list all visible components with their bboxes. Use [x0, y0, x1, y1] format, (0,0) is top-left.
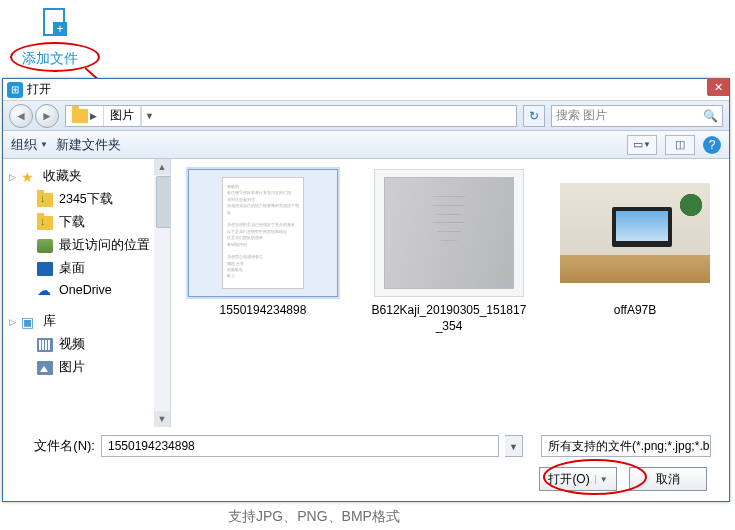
folder-icon [72, 109, 88, 123]
sidebar-item-downloads[interactable]: 下载 [3, 211, 170, 234]
desktop-icon [37, 262, 53, 276]
file-item[interactable]: offA97B [555, 169, 715, 319]
toolbar: 组织▼ 新建文件夹 ▭ ▼ ◫ ? [3, 131, 729, 159]
filename-dropdown[interactable]: ▼ [505, 435, 523, 457]
sidebar-scrollbar[interactable]: ▲ ▼ [154, 159, 170, 427]
sidebar-item-onedrive[interactable]: ☁OneDrive [3, 280, 170, 300]
sidebar-item-video[interactable]: 视频 [3, 333, 170, 356]
dialog-title: 打开 [27, 81, 51, 98]
collapse-icon: ▷ [9, 317, 16, 327]
star-icon: ★ [21, 170, 37, 184]
sidebar-item-2345[interactable]: 2345下载 [3, 188, 170, 211]
sidebar-group-favorites[interactable]: ▷★收藏夹 [3, 165, 170, 188]
dialog-bottom: 文件名(N): ▼ 所有支持的文件(*.png;*.jpg;*.b▼ 打开(O)… [3, 427, 729, 499]
filename-label: 文件名(N): [21, 437, 95, 455]
file-list: 尊敬的各位领导您好本来计划在周五的汇报我到这里看到这我相信我自己的能力能够顺利完… [171, 159, 729, 427]
nav-row: ◄ ► ▶ 图片 ▼ ↻ 搜索 图片 🔍 [3, 101, 729, 131]
open-file-dialog: ⊞ 打开 ✕ ◄ ► ▶ 图片 ▼ ↻ 搜索 图片 🔍 组织▼ 新建文件夹 ▭ … [2, 78, 730, 502]
library-icon: ▣ [21, 315, 37, 329]
sidebar-item-desktop[interactable]: 桌面 [3, 257, 170, 280]
footer-hint: 支持JPG、PNG、BMP格式 [228, 508, 400, 526]
file-item[interactable]: 尊敬的各位领导您好本来计划在周五的汇报我到这里看到这我相信我自己的能力能够顺利完… [183, 169, 343, 319]
search-placeholder: 搜索 图片 [556, 107, 607, 124]
back-button[interactable]: ◄ [9, 104, 33, 128]
file-name: offA97B [555, 303, 715, 319]
file-thumbnail [560, 183, 710, 283]
open-button[interactable]: 打开(O)▼ [539, 467, 617, 491]
picture-icon [37, 361, 53, 375]
chevron-down-icon: ▼ [709, 441, 711, 451]
search-icon: 🔍 [703, 109, 718, 123]
file-thumbnail: 尊敬的各位领导您好本来计划在周五的汇报我到这里看到这我相信我自己的能力能够顺利完… [222, 177, 304, 289]
sidebar-item-pictures[interactable]: 图片 [3, 356, 170, 379]
preview-pane-button[interactable]: ◫ [665, 135, 695, 155]
chevron-down-icon: ▼ [40, 140, 48, 149]
file-item[interactable]: ————————————————————————————————————————… [369, 169, 529, 334]
file-name: 1550194234898 [183, 303, 343, 319]
breadcrumb-segment: 图片 [110, 107, 134, 124]
file-name: B612Kaji_20190305_151817_354 [369, 303, 529, 334]
refresh-button[interactable]: ↻ [523, 105, 545, 127]
split-dropdown-icon[interactable]: ▼ [595, 475, 608, 484]
sidebar-group-libraries[interactable]: ▷▣库 [3, 310, 170, 333]
scroll-up-icon[interactable]: ▲ [154, 159, 170, 175]
view-mode-button[interactable]: ▭ ▼ [627, 135, 657, 155]
cancel-button[interactable]: 取消 [629, 467, 707, 491]
scrollbar-thumb[interactable] [156, 176, 171, 228]
add-file-label[interactable]: 添加文件 [22, 50, 78, 68]
breadcrumb[interactable]: ▶ 图片 ▼ [65, 105, 517, 127]
folder-icon [37, 193, 53, 207]
search-input[interactable]: 搜索 图片 🔍 [551, 105, 723, 127]
close-button[interactable]: ✕ [707, 78, 729, 96]
scroll-down-icon[interactable]: ▼ [154, 411, 170, 427]
filename-input[interactable] [101, 435, 499, 457]
onedrive-icon: ☁ [37, 283, 53, 297]
titlebar: ⊞ 打开 ✕ [3, 79, 729, 101]
recent-icon [37, 239, 53, 253]
file-thumbnail: ———————————————————————————————————————— [384, 177, 514, 289]
app-icon: ⊞ [7, 82, 23, 98]
help-button[interactable]: ? [703, 136, 721, 154]
video-icon [37, 338, 53, 352]
new-folder-button[interactable]: 新建文件夹 [56, 136, 121, 154]
add-file-icon[interactable]: + [38, 6, 70, 38]
forward-button[interactable]: ► [35, 104, 59, 128]
download-folder-icon [37, 216, 53, 230]
sidebar-item-recent[interactable]: 最近访问的位置 [3, 234, 170, 257]
collapse-icon: ▷ [9, 172, 16, 182]
organize-button[interactable]: 组织▼ [11, 136, 48, 154]
breadcrumb-dropdown[interactable]: ▼ [141, 105, 157, 127]
filetype-filter[interactable]: 所有支持的文件(*.png;*.jpg;*.b▼ [541, 435, 711, 457]
sidebar: ▷★收藏夹 2345下载 下载 最近访问的位置 桌面 ☁OneDrive ▷▣库… [3, 159, 171, 427]
